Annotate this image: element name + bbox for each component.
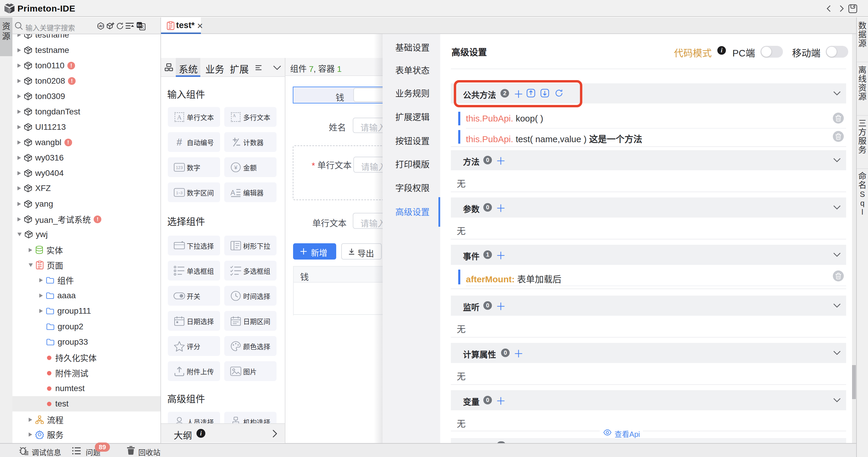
svg-text:A: A xyxy=(233,113,236,118)
svg-text:1~3: 1~3 xyxy=(176,190,183,195)
svg-text:A: A xyxy=(177,114,182,121)
svg-text:A: A xyxy=(230,189,235,196)
svg-text:¥: ¥ xyxy=(234,164,238,171)
svg-text:En: En xyxy=(137,23,142,27)
svg-text:123: 123 xyxy=(176,165,183,170)
svg-text:AI: AI xyxy=(99,24,102,28)
